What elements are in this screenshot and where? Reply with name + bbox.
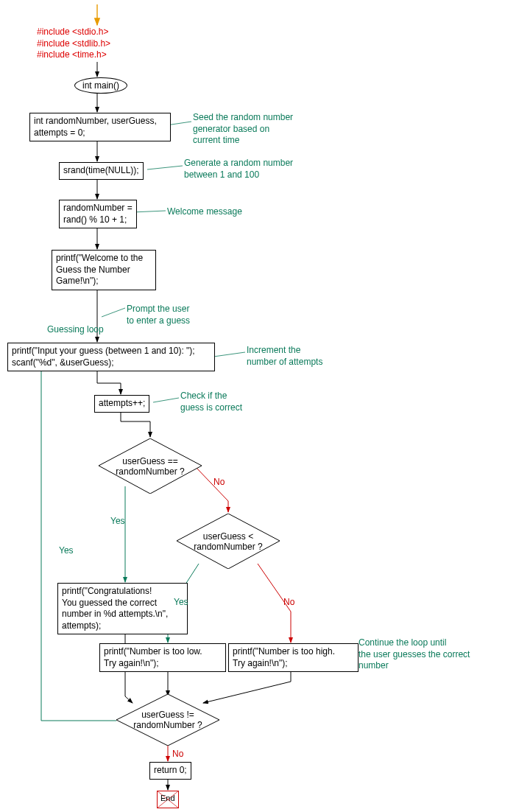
comment-generate: Generate a random number between 1 and 1…: [184, 158, 293, 181]
node-text: userGuess !=: [116, 710, 219, 720]
include-line: #include <time.h>: [37, 49, 110, 61]
node-text: int randomNumber, userGuess,: [34, 116, 166, 127]
node-text: printf("Congratulations!: [62, 586, 183, 598]
comment-increment: Increment the number of attempts: [247, 345, 322, 368]
comment-guessloop: Guessing loop: [47, 324, 104, 336]
eq-decision: userGuess == randomNumber ?: [99, 438, 202, 494]
comment-welcome: Welcome message: [167, 206, 242, 218]
edge-label-yes: Yes: [110, 516, 125, 526]
main-terminal: int main(): [74, 77, 127, 94]
lt-decision: userGuess < randomNumber ?: [177, 514, 280, 569]
svg-line-13: [153, 398, 179, 402]
node-text: attempts = 0;: [34, 127, 166, 139]
node-text: userGuess <: [177, 531, 280, 541]
node-text: attempts++;: [99, 398, 145, 408]
node-text: attempts);: [62, 620, 183, 632]
node-text: End: [160, 794, 175, 802]
include-line: #include <stdlib.h>: [37, 38, 110, 50]
node-text: int main(): [82, 80, 119, 91]
edge-label-no: No: [213, 477, 225, 487]
node-text: randomNumber =: [63, 203, 133, 214]
node-text: userGuess ==: [99, 455, 202, 466]
edge-label-no: No: [172, 749, 183, 759]
node-text: randomNumber ?: [99, 466, 202, 477]
include-line: #include <stdio.h>: [37, 27, 110, 38]
svg-line-9: [147, 166, 183, 169]
node-text: randomNumber ?: [116, 720, 219, 730]
node-text: scanf("%d", &userGuess);: [12, 357, 211, 369]
srand-node: srand(time(NULL));: [59, 162, 144, 180]
node-text: Guess the Number: [56, 265, 152, 276]
low-node: printf("Number is too low. Try again!\n"…: [99, 643, 226, 672]
node-text: number in %d attempts.\n",: [62, 609, 183, 620]
prompt-node: printf("Input your guess (between 1 and …: [7, 343, 215, 371]
svg-line-11: [102, 308, 125, 317]
comment-continue: Continue the loop until the user guesses…: [359, 637, 470, 672]
includes-block: #include <stdio.h> #include <stdlib.h> #…: [37, 27, 110, 61]
increment-node: attempts++;: [94, 395, 149, 413]
comment-check: Check if the guess is correct: [180, 391, 242, 413]
comment-prompt: Prompt the user to enter a guess: [127, 304, 190, 326]
svg-line-12: [213, 352, 245, 357]
node-text: printf("Number is too low.: [104, 646, 222, 658]
node-text: rand() % 10 + 1;: [63, 214, 133, 226]
rand-node: randomNumber = rand() % 10 + 1;: [59, 200, 137, 228]
comment-seed: Seed the random number generator based o…: [193, 112, 293, 147]
congrats-node: printf("Congratulations! You guessed the…: [57, 583, 188, 634]
decl-node: int randomNumber, userGuess, attempts = …: [29, 113, 171, 141]
loop-decision: userGuess != randomNumber ?: [116, 694, 219, 746]
svg-line-10: [133, 211, 166, 212]
end-terminal: End: [157, 791, 179, 811]
node-text: Try again!\n");: [104, 658, 222, 670]
node-text: Try again!\n");: [233, 658, 354, 670]
edge-label-no: No: [283, 597, 294, 607]
edge-label-yes: Yes: [174, 597, 188, 607]
node-text: Game!\n");: [56, 276, 152, 287]
node-text: randomNumber ?: [177, 542, 280, 552]
node-text: You guessed the correct: [62, 598, 183, 609]
return-node: return 0;: [149, 762, 191, 780]
node-text: printf("Welcome to the: [56, 253, 152, 265]
node-text: return 0;: [154, 765, 187, 775]
node-text: printf("Input your guess (between 1 and …: [12, 346, 211, 357]
edge-label-yes: Yes: [59, 545, 74, 556]
high-node: printf("Number is too high. Try again!\n…: [228, 643, 359, 672]
node-text: printf("Number is too high.: [233, 646, 354, 658]
welcome-node: printf("Welcome to the Guess the Number …: [52, 250, 156, 290]
node-text: srand(time(NULL));: [63, 165, 139, 175]
